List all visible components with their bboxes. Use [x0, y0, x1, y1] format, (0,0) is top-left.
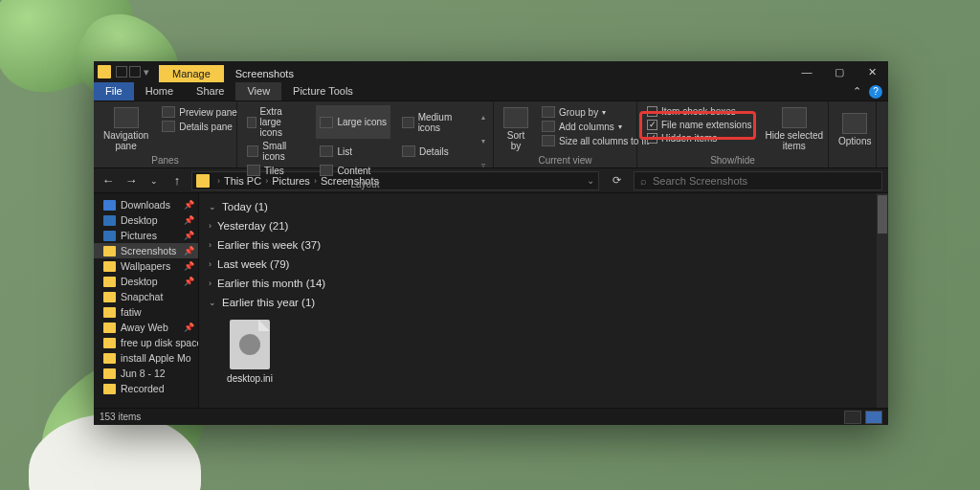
sidebar-item-label: Recorded — [121, 383, 165, 394]
maximize-button[interactable]: ▢ — [823, 61, 856, 82]
navigation-pane-button[interactable]: Navigation pane — [100, 105, 152, 153]
details-view-toggle[interactable] — [844, 411, 861, 424]
layout-group-label: Layout — [243, 179, 487, 189]
sidebar-item[interactable]: Snapchat — [94, 289, 198, 304]
minimize-button[interactable]: — — [791, 61, 823, 82]
tab-view[interactable]: View — [235, 82, 281, 100]
sidebar-item[interactable]: Pictures📌 — [94, 228, 198, 243]
pin-icon: 📌 — [184, 200, 194, 210]
hidden-items-toggle[interactable]: Hidden items — [643, 132, 756, 145]
group-header[interactable]: ›Earlier this month (14) — [199, 274, 888, 293]
layout-large-icons[interactable]: Large icons — [316, 105, 390, 139]
folder-icon — [103, 368, 116, 379]
layout-gallery[interactable]: Extra large icons Large icons Medium ico… — [243, 105, 474, 177]
pin-icon: 📌 — [184, 215, 194, 225]
sidebar-item[interactable]: Desktop📌 — [94, 274, 198, 289]
sidebar-item[interactable]: fatiw — [94, 304, 198, 320]
navigation-tree[interactable]: Downloads📌Desktop📌Pictures📌Screenshots📌W… — [94, 193, 199, 408]
layout-scroll[interactable]: ▴▾▿ — [479, 105, 487, 177]
sidebar-item-label: Downloads — [121, 199, 170, 211]
group-label: Yesterday (21) — [217, 220, 288, 232]
size-columns-button[interactable]: Size all columns to fit — [538, 134, 653, 147]
ribbon-tabs: File Home Share View Picture Tools ⌃ ? — [94, 82, 888, 101]
layout-medium-icons[interactable]: Medium icons — [398, 105, 474, 139]
up-button[interactable]: ↑ — [168, 173, 186, 188]
add-columns-button[interactable]: Add columns▾ — [538, 120, 653, 133]
sidebar-item-label: Snapchat — [121, 291, 163, 302]
preview-pane-button[interactable]: Preview pane — [158, 105, 241, 119]
group-by-button[interactable]: Group by▾ — [538, 105, 653, 119]
folder-icon — [103, 307, 116, 318]
scrollbar-thumb[interactable] — [878, 195, 887, 234]
contextual-tab-manage[interactable]: Manage — [159, 65, 224, 82]
tab-share[interactable]: Share — [185, 82, 235, 100]
sort-by-button[interactable]: Sort by — [500, 105, 532, 153]
folder-icon — [103, 353, 116, 364]
quick-access-toolbar: ▾ — [94, 61, 151, 82]
tab-home[interactable]: Home — [134, 82, 185, 100]
file-menu[interactable]: File — [94, 82, 134, 100]
group-header[interactable]: ⌄Earlier this year (1) — [199, 293, 888, 312]
sidebar-item[interactable]: Screenshots📌 — [94, 243, 198, 258]
navigation-pane-icon — [114, 107, 139, 128]
refresh-button[interactable]: ⟳ — [605, 174, 628, 187]
sidebar-item[interactable]: free up disk space — [94, 335, 198, 350]
tab-picture-tools[interactable]: Picture Tools — [281, 82, 365, 100]
folder-icon — [103, 200, 116, 211]
layout-extra-large-icons[interactable]: Extra large icons — [243, 105, 308, 139]
file-item[interactable]: desktop.ini — [216, 320, 283, 384]
hide-icon — [782, 107, 807, 128]
folder-icon — [103, 338, 116, 348]
group-header[interactable]: ›Yesterday (21) — [199, 216, 888, 235]
chevron-right-icon: › — [209, 259, 212, 269]
window-title: Screenshots — [224, 65, 305, 82]
titlebar[interactable]: ▾ Manage Screenshots — ▢ ✕ — [94, 61, 888, 82]
sidebar-item-label: fatiw — [121, 306, 142, 318]
sidebar-item[interactable]: Desktop📌 — [94, 212, 198, 228]
details-pane-button[interactable]: Details pane — [158, 120, 241, 133]
search-input[interactable]: ⌕ Search Screenshots — [634, 171, 882, 190]
group-header[interactable]: ⌄Today (1) — [199, 197, 888, 216]
sidebar-item[interactable]: Jun 8 - 12 — [94, 366, 198, 381]
hide-selected-items-button[interactable]: Hide selected items — [762, 105, 828, 153]
back-button[interactable]: ← — [100, 173, 117, 188]
panes-group-label: Panes — [100, 155, 231, 166]
sidebar-item[interactable]: Downloads📌 — [94, 197, 198, 212]
layout-list[interactable]: List — [316, 140, 390, 163]
ribbon-collapse-button[interactable]: ⌃ — [853, 85, 861, 98]
forward-button[interactable]: → — [122, 173, 140, 188]
group-header[interactable]: ›Earlier this week (37) — [199, 235, 888, 255]
options-button[interactable]: Options — [835, 105, 875, 153]
chevron-down-icon: ⌄ — [209, 298, 216, 307]
item-check-boxes-toggle[interactable]: Item check boxes — [643, 105, 756, 118]
chevron-right-icon: › — [209, 278, 212, 288]
sidebar-item[interactable]: Wallpapers📌 — [94, 258, 198, 274]
qat-dropdown[interactable]: ▾ — [142, 66, 151, 78]
layout-tiles[interactable]: Tiles — [243, 164, 308, 177]
sidebar-item[interactable]: install Apple Mo — [94, 350, 198, 366]
recent-locations-button[interactable]: ⌄ — [145, 176, 163, 186]
qat-button-1[interactable] — [116, 66, 127, 78]
sidebar-item[interactable]: Recorded — [94, 381, 198, 396]
layout-details[interactable]: Details — [398, 140, 474, 163]
file-name-extensions-toggle[interactable]: File name extensions — [643, 119, 756, 131]
group-label: Earlier this month (14) — [217, 278, 325, 289]
close-button[interactable]: ✕ — [856, 61, 888, 82]
file-list[interactable]: ⌄Today (1)›Yesterday (21)›Earlier this w… — [199, 193, 888, 408]
sidebar-item-label: Wallpapers — [121, 260, 170, 272]
sidebar-item[interactable]: Away Web📌 — [94, 320, 198, 335]
current-view-group-label: Current view — [500, 155, 631, 166]
qat-button-2[interactable] — [129, 66, 141, 78]
thumbnails-view-toggle[interactable] — [865, 411, 882, 424]
file-thumbnail-icon — [230, 320, 270, 369]
help-button[interactable]: ? — [869, 85, 882, 99]
layout-small-icons[interactable]: Small icons — [243, 140, 308, 163]
layout-content[interactable]: Content — [316, 164, 390, 177]
search-icon: ⌕ — [640, 175, 647, 187]
group-header[interactable]: ›Last week (79) — [199, 255, 888, 274]
checkbox-icon — [647, 106, 657, 117]
scrollbar[interactable] — [877, 193, 888, 408]
sidebar-item-label: Jun 8 - 12 — [121, 368, 166, 379]
address-dropdown[interactable]: ⌄ — [587, 175, 594, 186]
group-label: Earlier this year (1) — [222, 297, 315, 308]
